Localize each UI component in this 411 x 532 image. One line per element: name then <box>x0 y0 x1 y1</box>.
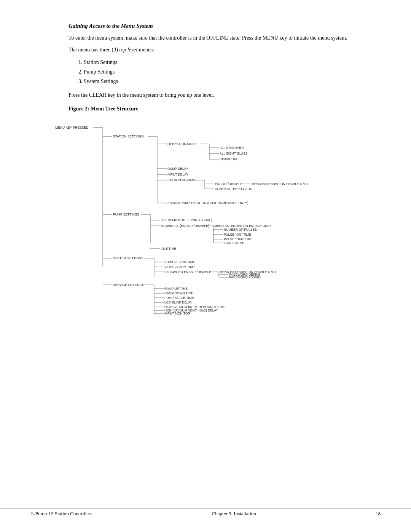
svg-text:BLOWBACK (ENABLE/DISABLE): BLOWBACK (ENABLE/DISABLE) <box>161 224 209 228</box>
svg-text:ALL SIGHT GLASS: ALL SIGHT GLASS <box>220 152 248 155</box>
paragraph-2-italic: top level <box>119 47 137 53</box>
paragraph-2-end: menus: <box>137 47 154 53</box>
tree-svg: text { font-family: Arial, Helvetica, sa… <box>53 117 411 315</box>
page: Gaining Access to the Menu System To ent… <box>0 0 411 532</box>
svg-text:RAMP DOWN TIME: RAMP DOWN TIME <box>164 291 194 295</box>
list-item-1: Station Settings <box>84 58 358 67</box>
svg-text:MENU KEY PRESSED: MENU KEY PRESSED <box>55 126 88 129</box>
svg-text:PULSE "OFF" TIME: PULSE "OFF" TIME <box>224 237 253 241</box>
main-content: Gaining Access to the Menu System To ent… <box>68 23 358 315</box>
diagram-area: text { font-family: Arial, Helvetica, sa… <box>53 117 411 315</box>
svg-text:ALL STANDARD: ALL STANDARD <box>220 146 244 150</box>
svg-text:RAMP UP TIME: RAMP UP TIME <box>164 287 188 291</box>
svg-text:PUMP SETTINGS: PUMP SETTINGS <box>113 212 140 216</box>
paragraph-2: The menu has three (3) top level menus: <box>68 46 358 54</box>
section-title: Gaining Access to the Menu System <box>68 23 358 29</box>
footer: 2–Pump 12-Station Controllers Chapter 3:… <box>0 508 411 517</box>
svg-text:STATION ALARMS: STATION ALARMS <box>167 178 195 182</box>
svg-text:DUMP DELAY: DUMP DELAY <box>167 167 188 171</box>
figure-title: Figure 2: Menu Tree Structure <box>68 106 358 112</box>
svg-text:SET PUMP MODE (SINGLE/DUAL): SET PUMP MODE (SINGLE/DUAL) <box>161 218 212 222</box>
svg-text:LOAD COUNT: LOAD COUNT <box>224 241 245 245</box>
list-item-3: System Settings <box>84 77 358 86</box>
svg-text:AUDIO ALARM TIME: AUDIO ALARM TIME <box>164 260 195 264</box>
paragraph-1: To enter the menu system, make sure that… <box>68 34 358 42</box>
svg-text:MENU EXTENDED ON ENABLE ONLY: MENU EXTENDED ON ENABLE ONLY <box>252 182 309 186</box>
svg-text:PULSE "ON" TIME: PULSE "ON" TIME <box>224 233 251 236</box>
svg-text:INDIVIDUAL: INDIVIDUAL <box>220 157 238 161</box>
paragraph-1-text: To enter the menu system, make sure that… <box>68 35 347 41</box>
svg-text:IDLE TIME: IDLE TIME <box>161 247 177 251</box>
svg-text:MENU EXTENDED ON ENABLE ONLY: MENU EXTENDED ON ENABLE ONLY <box>214 224 271 228</box>
svg-text:STATION SETTINGS: STATION SETTINGS <box>113 134 144 138</box>
footer-left: 2–Pump 12-Station Controllers <box>30 511 92 517</box>
svg-text:NUMBER OF PULSES: NUMBER OF PULSES <box>224 228 257 232</box>
svg-text:INPUT MONITOR: INPUT MONITOR <box>164 312 190 315</box>
svg-text:INPUT DELAY: INPUT DELAY <box>167 173 188 176</box>
paragraph-3: Press the CLEAR key in the menu system t… <box>68 91 358 99</box>
paragraph-2-start: The menu has three (3) <box>68 47 119 53</box>
svg-text:ALARM AFTER n LOADS: ALARM AFTER n LOADS <box>215 187 252 191</box>
svg-text:ASSIGN PUMP->STATION (DUAL PUM: ASSIGN PUMP->STATION (DUAL PUMP MODE ONL… <box>167 201 248 205</box>
menu-list: Station Settings Pump Settings System Se… <box>84 58 358 86</box>
svg-text:PUMP STAGE TIME: PUMP STAGE TIME <box>164 296 194 300</box>
footer-center: Chapter 3: Installation <box>212 511 256 517</box>
svg-text:SYSTEM SETTINGS: SYSTEM SETTINGS <box>113 256 143 260</box>
svg-text:ENABLE/DISABLE: ENABLE/DISABLE <box>215 182 242 186</box>
footer-right: 18 <box>376 511 381 517</box>
svg-text:PASSWORD ASSIGN: PASSWORD ASSIGN <box>229 275 261 279</box>
svg-text:LCD BLINK DELAY: LCD BLINK DELAY <box>164 300 193 304</box>
svg-text:OPERATION MODE: OPERATION MODE <box>167 142 197 146</box>
svg-text:SERVICE SETTINGS: SERVICE SETTINGS <box>113 283 144 287</box>
svg-text:PASSWORD ENABLE/DISABLE: PASSWORD ENABLE/DISABLE <box>164 270 211 274</box>
list-item-2: Pump Settings <box>84 67 358 77</box>
svg-text:VIDEO ALARM TIME: VIDEO ALARM TIME <box>164 265 195 269</box>
